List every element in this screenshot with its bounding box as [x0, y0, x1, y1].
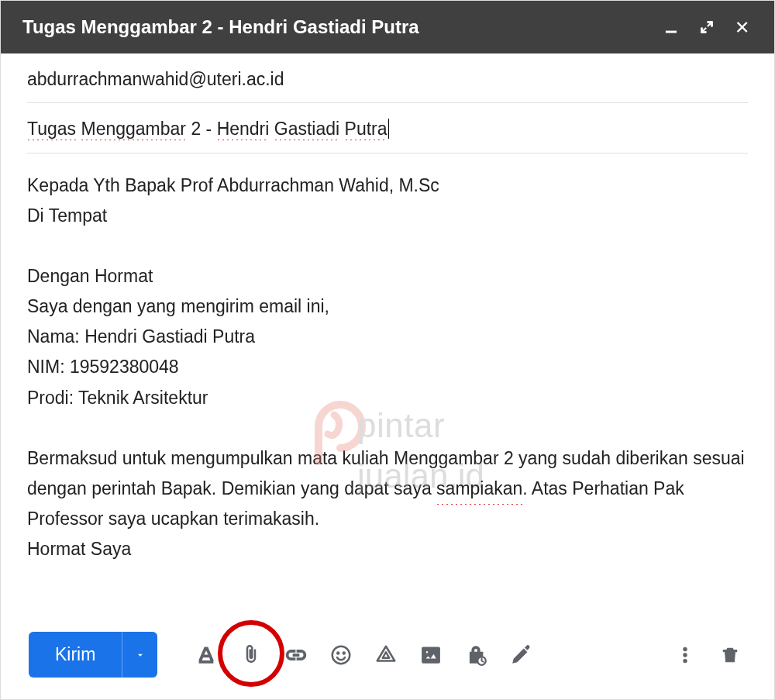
link-icon [284, 643, 308, 667]
svg-point-1 [332, 646, 350, 664]
spell-error: Tugas [27, 119, 76, 140]
text-format-icon [195, 643, 218, 667]
svg-point-2 [337, 651, 339, 653]
minimize-icon [663, 19, 679, 35]
attach-button[interactable] [230, 634, 272, 676]
svg-rect-0 [666, 31, 676, 33]
svg-point-5 [426, 650, 429, 653]
body-blank [27, 231, 748, 261]
compose-window: Tugas Menggambar 2 - Hendri Gastiadi Put… [0, 0, 775, 700]
spell-error: Hendri [217, 119, 270, 140]
close-button[interactable] [725, 9, 760, 45]
body-line: Kepada Yth Bapak Prof Abdurrachman Wahid… [27, 171, 748, 201]
insert-emoji-button[interactable] [320, 634, 362, 676]
subject-field[interactable]: Tugas Menggambar 2 - Hendri Gastiadi Put… [27, 103, 748, 153]
more-vert-icon [675, 645, 695, 665]
body-line: Prodi: Teknik Arsitektur [27, 383, 748, 413]
text-caret [388, 119, 389, 139]
spell-error: Gastiadi [274, 119, 339, 140]
confidential-mode-button[interactable] [455, 634, 497, 676]
body-line: Di Tempat [27, 201, 748, 231]
recipient-field[interactable]: abdurrachmanwahid@uteri.ac.id [27, 53, 748, 103]
send-button[interactable]: Kirim [29, 632, 122, 678]
drive-icon [374, 643, 398, 667]
compose-toolbar: Kirim [1, 621, 774, 699]
emoji-icon [329, 643, 353, 667]
body-line: Hormat Saya [27, 534, 748, 564]
formatting-button[interactable] [185, 634, 227, 676]
send-options-button[interactable] [122, 632, 157, 678]
title-bar: Tugas Menggambar 2 - Hendri Gastiadi Put… [1, 1, 774, 53]
svg-rect-4 [422, 647, 440, 663]
email-body[interactable]: pintar jualan.id Kepada Yth Bapak Prof A… [1, 153, 774, 621]
insert-signature-button[interactable] [500, 634, 542, 676]
body-line: NIM: 19592380048 [27, 352, 748, 382]
lock-clock-icon [464, 643, 487, 667]
body-blank [27, 413, 748, 443]
insert-link-button[interactable] [275, 634, 317, 676]
pen-icon [509, 643, 532, 667]
body-line: Saya dengan yang mengirim email ini, [27, 291, 748, 322]
insert-photo-button[interactable] [410, 634, 452, 676]
close-icon [735, 19, 750, 35]
paperclip-icon [239, 643, 263, 667]
body-line: Dengan Hormat [27, 261, 748, 291]
body-line: Bermaksud untuk mengumpulkan mata kuliah… [27, 443, 748, 534]
more-options-button[interactable] [664, 634, 706, 676]
spell-error: Putra [345, 119, 388, 140]
body-line: Nama: Hendri Gastiadi Putra [27, 322, 748, 352]
fullscreen-button[interactable] [689, 9, 725, 45]
send-group: Kirim [29, 632, 157, 678]
minimize-button[interactable] [653, 9, 689, 45]
header-fields: abdurrachmanwahid@uteri.ac.id Tugas Meng… [1, 53, 774, 153]
discard-draft-button[interactable] [709, 634, 751, 676]
trash-icon [720, 645, 740, 665]
svg-point-7 [684, 647, 687, 650]
svg-point-3 [343, 651, 346, 653]
image-icon [419, 643, 443, 667]
compose-title: Tugas Menggambar 2 - Hendri Gastiadi Put… [22, 16, 653, 38]
svg-point-9 [684, 659, 687, 662]
svg-point-8 [684, 653, 687, 656]
spell-error: Menggambar [81, 119, 186, 140]
caret-down-icon [135, 650, 146, 660]
expand-icon [699, 19, 715, 35]
insert-drive-button[interactable] [365, 634, 407, 676]
spell-error: sampiakan [436, 474, 522, 504]
